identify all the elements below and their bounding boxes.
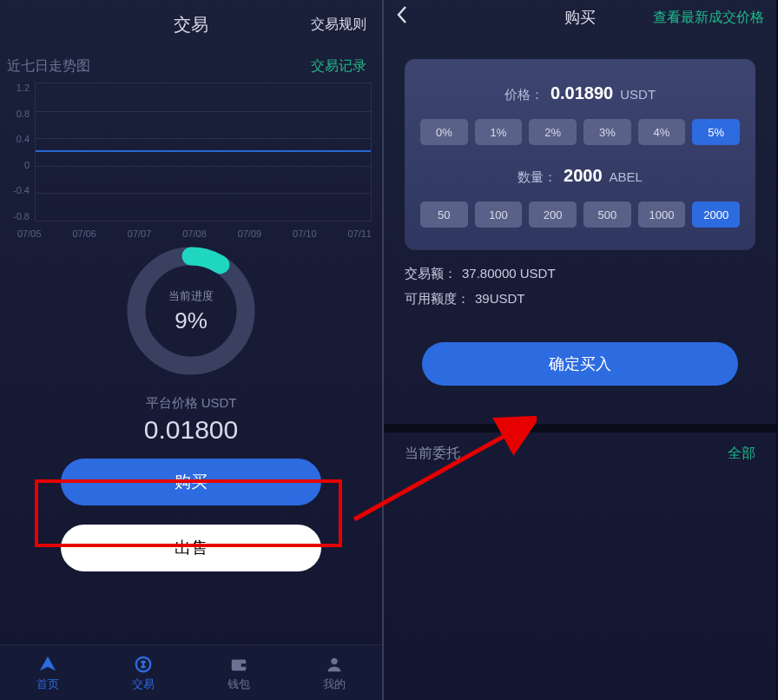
progress-ring: 当前进度 9% (126, 246, 256, 376)
price-value: 0.01800 (0, 415, 382, 445)
x-tick: 07/07 (128, 228, 152, 239)
y-tick: -0.4 (7, 185, 30, 195)
progress-label: 当前进度 (168, 288, 214, 304)
wallet-icon (228, 654, 249, 675)
y-tick: -0.8 (7, 211, 30, 221)
latest-price-link[interactable]: 查看最新成交价格 (653, 9, 764, 27)
available-value: 39USDT (475, 291, 525, 307)
qty-chip-500[interactable]: 500 (584, 201, 631, 228)
pct-chip-4[interactable]: 4% (638, 119, 686, 145)
trend-chart: 1.2 0.8 0.4 0 -0.4 -0.8 07/05 07/06 07/0… (0, 83, 382, 239)
nav-wallet[interactable]: 钱包 (191, 645, 287, 700)
x-tick: 07/08 (182, 228, 207, 239)
bottom-nav: 首页 交易 钱包 我的 (0, 644, 382, 700)
qty-chip-2000[interactable]: 2000 (692, 201, 740, 228)
x-tick: 07/06 (72, 228, 96, 239)
pct-chip-3[interactable]: 3% (584, 119, 631, 145)
qty-chip-50[interactable]: 50 (420, 201, 468, 228)
qty-label: 数量： (518, 169, 557, 186)
nav-label: 交易 (132, 677, 155, 692)
x-tick: 07/11 (347, 228, 372, 239)
price-label: 平台价格 USDT (0, 395, 382, 412)
records-link[interactable]: 交易记录 (311, 57, 366, 76)
trade-amount-label: 交易额： (405, 266, 457, 282)
price-unit: USDT (620, 87, 656, 102)
qty-chip-200[interactable]: 200 (529, 201, 577, 228)
nav-profile[interactable]: 我的 (287, 645, 382, 700)
qty-unit: ABEL (610, 169, 643, 184)
home-icon (37, 654, 58, 675)
nav-home[interactable]: 首页 (0, 645, 96, 700)
trade-icon (133, 654, 154, 675)
svg-point-5 (331, 657, 337, 664)
y-tick: 0 (7, 160, 30, 170)
x-tick: 07/09 (238, 228, 262, 239)
page-title: 交易 (174, 13, 208, 36)
rules-link[interactable]: 交易规则 (311, 16, 366, 34)
chart-title: 近七日走势图 (7, 57, 90, 76)
nav-label: 首页 (36, 677, 59, 692)
qty-chip-100[interactable]: 100 (475, 201, 523, 228)
y-tick: 0.8 (7, 109, 30, 119)
pct-chip-0[interactable]: 0% (420, 119, 468, 145)
y-tick: 0.4 (7, 134, 30, 144)
section-divider (384, 424, 776, 433)
qty-value: 2000 (564, 166, 603, 186)
pct-chip-5[interactable]: 5% (692, 119, 740, 145)
sell-button[interactable]: 出售 (61, 525, 321, 571)
nav-trade[interactable]: 交易 (96, 645, 191, 700)
buy-card: 价格： 0.01890 USDT 0% 1% 2% 3% 4% 5% 数量： 2… (405, 59, 755, 250)
page-title: 购买 (564, 7, 596, 28)
orders-all-link[interactable]: 全部 (728, 445, 755, 463)
progress-value: 9% (175, 307, 208, 334)
percent-chip-row: 0% 1% 2% 3% 4% 5% (420, 119, 740, 145)
nav-label: 钱包 (227, 677, 250, 692)
price-label: 价格： (504, 87, 544, 103)
price-value: 0.01890 (551, 83, 613, 103)
back-icon[interactable] (396, 5, 408, 30)
profile-icon (324, 654, 345, 675)
x-tick: 07/10 (293, 228, 317, 239)
orders-title: 当前委托 (405, 445, 460, 463)
chart-series-line (36, 150, 371, 152)
qty-chip-row: 50 100 200 500 1000 2000 (420, 201, 740, 228)
y-tick: 1.2 (7, 83, 30, 93)
pct-chip-2[interactable]: 2% (529, 119, 577, 145)
pct-chip-1[interactable]: 1% (475, 119, 523, 145)
svg-rect-4 (241, 664, 247, 667)
qty-chip-1000[interactable]: 1000 (638, 201, 686, 228)
confirm-buy-button[interactable]: 确定买入 (422, 342, 738, 386)
buy-button[interactable]: 购买 (61, 459, 321, 505)
x-tick: 07/05 (17, 228, 42, 239)
available-label: 可用额度： (405, 291, 470, 307)
nav-label: 我的 (323, 677, 346, 692)
trade-amount-value: 37.80000 USDT (462, 266, 556, 282)
